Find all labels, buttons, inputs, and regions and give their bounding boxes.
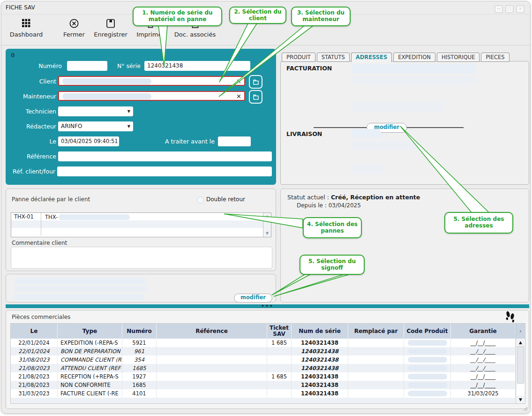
cell-code-produit <box>404 347 451 355</box>
toolbar-separator <box>1 45 530 45</box>
column-header-num-ro[interactable]: Numéro <box>122 324 157 339</box>
pieces-table-scrollbar[interactable]: ▲ ▼ <box>516 339 525 403</box>
tab-adresses[interactable]: ADRESSES <box>351 53 392 62</box>
cell-reference <box>157 347 267 355</box>
cell-num-serie: 1240321438 <box>292 364 348 372</box>
mainteneur-field[interactable]: ✕ <box>58 91 245 101</box>
code-produit-redacted-value <box>408 391 447 396</box>
panne-row[interactable] <box>11 228 271 235</box>
panne-grid-scrollbar[interactable]: ▲ ▼ <box>263 213 271 237</box>
mainteneur-browse-button[interactable] <box>249 90 262 104</box>
column-header-garantie[interactable]: Garantie <box>451 324 516 339</box>
le-field[interactable]: 03/04/2025 09:40:51 <box>58 136 119 146</box>
panne-row[interactable]: THX-01THX- <box>11 213 271 220</box>
pieces-row[interactable]: 22/01/2024BON DE PREPARATION961124032143… <box>11 347 525 355</box>
pieces-panel: Pièces commerciales LeTypeNuméroRéférenc… <box>6 310 529 409</box>
toolbar-item-dashboard[interactable]: Dashboard <box>7 17 45 38</box>
tab-pieces[interactable]: PIECES <box>481 53 509 62</box>
client-clear-icon[interactable]: ✕ <box>236 78 241 85</box>
cell-reference <box>157 389 267 398</box>
minimize-button[interactable]: — <box>495 5 503 13</box>
pieces-table: LeTypeNuméroRéférenceTicket SAVNum de sé… <box>10 323 525 404</box>
client-browse-button[interactable] <box>249 75 262 89</box>
column-header-r-f-rence[interactable]: Référence <box>157 324 267 339</box>
cell-garantie: 31/03/2025 <box>451 389 516 398</box>
pieces-row[interactable]: 31/03/2023FACTURE CLIENT (-RE41011240321… <box>11 389 525 398</box>
pieces-row[interactable]: 21/08/2023ATTENDU CLIENT (REF16851240321… <box>11 364 525 372</box>
cell-garantie: __/__/____ <box>451 364 516 372</box>
client-redacted-value <box>62 78 151 84</box>
mainteneur-clear-icon[interactable]: ✕ <box>236 93 241 100</box>
chevron-down-icon: ▼ <box>127 109 130 113</box>
cell-type: ATTENDU CLIENT (REF <box>58 364 122 372</box>
column-header-ticket-sav[interactable]: Ticket SAV <box>267 324 292 339</box>
scroll-up-icon[interactable]: ▲ <box>263 214 271 219</box>
tab-produit[interactable]: PRODUIT <box>282 53 315 62</box>
pieces-row[interactable]: 21/08/2023RECEPTION (+REPA-S19271 685124… <box>11 372 525 381</box>
cell-le: 22/01/2024 <box>11 339 58 347</box>
cell-reference <box>157 339 267 347</box>
pieces-row[interactable]: 31/08/2023COMMANDE CLIENT (R354124032143… <box>11 355 525 364</box>
toolbar-item-enregistrer[interactable]: Enregistrer <box>92 17 129 38</box>
horizontal-splitter[interactable]: ••• <box>6 304 529 308</box>
numero-label: Numéro <box>6 62 62 69</box>
cell-garantie: __/__/____ <box>451 355 516 364</box>
column-header-code-produit[interactable]: Code Produit <box>404 324 451 339</box>
commentaire-textarea[interactable] <box>11 247 272 269</box>
serie-field[interactable]: 1240321438 <box>144 61 250 71</box>
code-produit-redacted-value <box>408 365 447 371</box>
close-circle-icon <box>57 17 91 30</box>
record-id: 0 <box>11 52 15 59</box>
cell-type: EXPEDITION (-REPA-S <box>58 339 122 347</box>
cell-garantie: __/__/____ <box>451 372 516 381</box>
toolbar-item-label: Imprimer <box>133 31 168 38</box>
a-traiter-field[interactable] <box>218 136 251 146</box>
annotation-callout-4: 4. Sélection des pannes <box>303 217 362 238</box>
column-header-num-de-s-rie[interactable]: Num de série <box>292 324 348 339</box>
livraison-redacted-line <box>351 129 381 138</box>
toolbar-item-fermer[interactable]: Fermer <box>57 17 91 38</box>
cell-reference <box>157 364 267 372</box>
cell-remplace-par <box>348 372 404 381</box>
column-header-le[interactable]: Le <box>11 324 58 339</box>
maximize-button[interactable]: □ <box>505 5 514 13</box>
footprints-icon[interactable] <box>504 310 516 324</box>
panne-grid[interactable]: THX-01THX- ▲ ▼ <box>11 212 271 237</box>
signoff-modifier-button[interactable]: modifier <box>234 294 272 303</box>
column-header-remplac-par[interactable]: Remplacé par <box>348 324 404 339</box>
ref-client-field[interactable] <box>57 166 272 176</box>
pieces-row[interactable]: 21/08/2023NON CONFORMITE16851240321438__… <box>11 381 525 389</box>
technicien-dropdown[interactable]: ▼ <box>58 106 133 116</box>
client-field[interactable]: ✕ <box>58 76 245 86</box>
redacteur-dropdown[interactable]: ARINFO ▼ <box>58 121 133 131</box>
cell-remplace-par <box>348 364 404 372</box>
scrollbar-track[interactable] <box>517 384 525 396</box>
mainteneur-redacted-value <box>62 93 151 99</box>
cell-garantie: __/__/____ <box>451 339 516 347</box>
cell-numero: 1927 <box>122 372 157 381</box>
annotation-callout-3: 3. Sélection du mainteneur <box>291 7 351 26</box>
panne-row[interactable] <box>11 220 271 228</box>
pieces-row[interactable]: 22/01/2024EXPEDITION (-REPA-S59211 68512… <box>11 339 525 347</box>
code-produit-redacted-value <box>408 357 447 363</box>
scroll-down-icon[interactable]: ▼ <box>516 397 525 402</box>
tab-historique[interactable]: HISTORIQUE <box>437 53 480 62</box>
double-retour-label: Double retour <box>206 196 245 203</box>
next-columns-chevron-icon[interactable]: › <box>516 324 525 339</box>
cell-type: NON CONFORMITE <box>58 381 122 389</box>
close-button[interactable]: ✕ <box>516 5 525 13</box>
scrollbar-thumb[interactable] <box>517 346 524 384</box>
cell-le: 31/08/2023 <box>11 355 58 364</box>
column-header-type[interactable]: Type <box>58 324 122 339</box>
double-retour-radio[interactable] <box>197 197 204 204</box>
a-traiter-label: A traiter avant le <box>144 138 215 145</box>
tab-statuts[interactable]: STATUTS <box>317 53 350 62</box>
cell-le: 21/08/2023 <box>11 372 58 381</box>
tab-expedition[interactable]: EXPEDITION <box>393 53 435 62</box>
cell-ticket-sav <box>267 364 292 372</box>
scroll-down-icon[interactable]: ▼ <box>263 231 271 235</box>
reference-field[interactable] <box>58 151 272 161</box>
resize-grip-icon[interactable] <box>522 405 528 411</box>
panne-redacted-value <box>59 214 130 220</box>
scroll-up-icon[interactable]: ▲ <box>516 340 525 345</box>
